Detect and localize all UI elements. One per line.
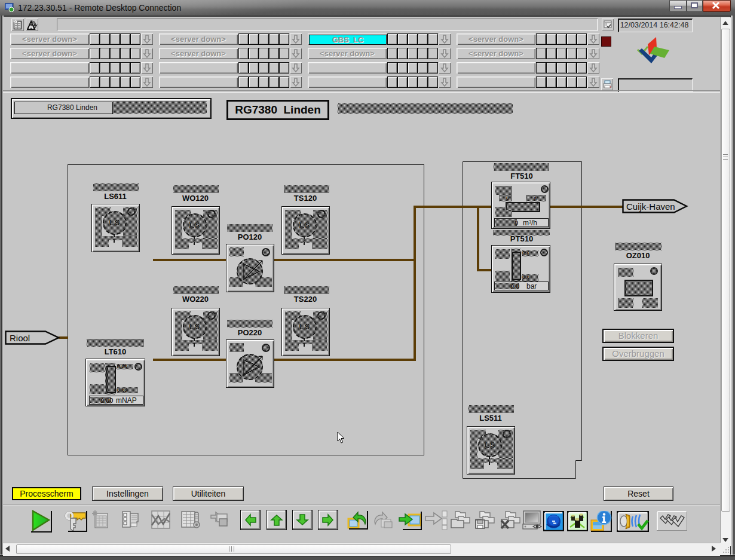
svg-text:Cuijk-Haven: Cuijk-Haven: [626, 201, 675, 212]
svg-text:Riool: Riool: [10, 333, 30, 343]
